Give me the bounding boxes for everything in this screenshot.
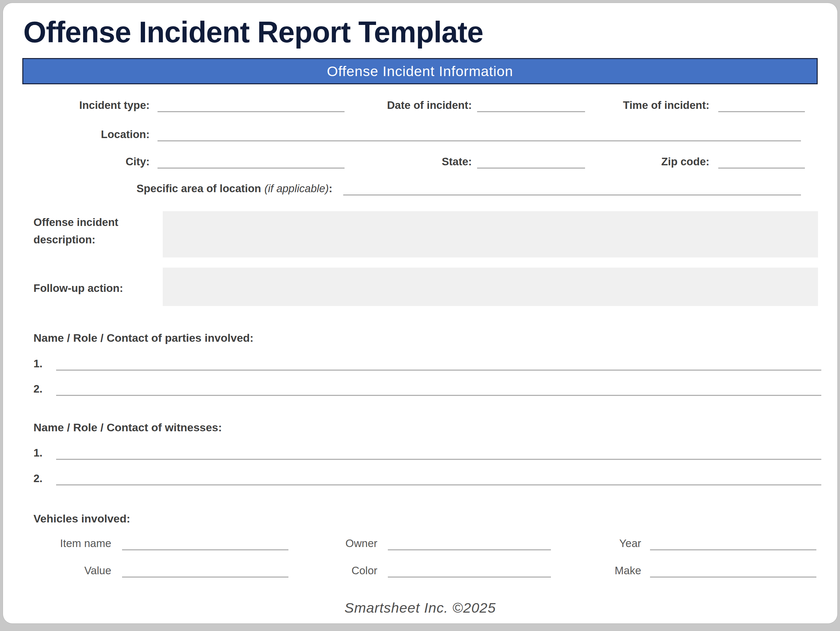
specific-area-label: Specific area of location(if applicable)… bbox=[36, 182, 332, 195]
witness-2-number: 2. bbox=[33, 472, 43, 485]
date-of-incident-label: Date of incident: bbox=[357, 99, 472, 112]
vehicle-year-label: Year bbox=[557, 537, 641, 550]
state-input[interactable] bbox=[477, 155, 585, 169]
party-1-number: 1. bbox=[33, 357, 43, 370]
incident-type-label: Incident type: bbox=[23, 99, 150, 112]
footer-copyright: Smartsheet Inc. ©2025 bbox=[3, 600, 837, 616]
vehicle-make-input[interactable] bbox=[650, 564, 816, 577]
zip-code-label: Zip code: bbox=[594, 155, 709, 168]
description-label-line2: description: bbox=[33, 231, 118, 248]
specific-area-label-italic: (if applicable) bbox=[264, 182, 329, 194]
parties-section-header: Name / Role / Contact of parties involve… bbox=[33, 331, 254, 344]
witness-1-number: 1. bbox=[33, 446, 43, 459]
section-header-bar: Offense Incident Information bbox=[22, 58, 818, 84]
description-label: Offense incident description: bbox=[33, 213, 118, 248]
location-input[interactable] bbox=[158, 128, 801, 141]
witnesses-section-header: Name / Role / Contact of witnesses: bbox=[33, 421, 222, 434]
page-background: { "page": { "title": "Offense Incident R… bbox=[0, 0, 840, 631]
city-input[interactable] bbox=[158, 155, 344, 169]
specific-area-label-bold: Specific area of location bbox=[136, 182, 261, 194]
date-of-incident-input[interactable] bbox=[477, 98, 585, 112]
specific-area-label-colon: : bbox=[329, 182, 332, 194]
party-2-input[interactable] bbox=[56, 382, 821, 396]
witness-1-input[interactable] bbox=[56, 446, 821, 460]
page-title: Offense Incident Report Template bbox=[23, 16, 483, 49]
vehicle-item-name-input[interactable] bbox=[122, 536, 289, 550]
specific-area-input[interactable] bbox=[343, 182, 801, 196]
section-header-text: Offense Incident Information bbox=[327, 63, 513, 79]
follow-up-action-input[interactable] bbox=[163, 268, 818, 306]
time-of-incident-input[interactable] bbox=[718, 98, 805, 112]
offense-description-input[interactable] bbox=[163, 211, 818, 257]
vehicle-color-input[interactable] bbox=[388, 564, 551, 577]
location-label: Location: bbox=[23, 128, 150, 141]
incident-type-input[interactable] bbox=[158, 98, 344, 112]
report-document-card: Offense Incident Report Template Offense… bbox=[3, 3, 838, 624]
description-label-line1: Offense incident bbox=[33, 213, 118, 231]
vehicle-value-input[interactable] bbox=[122, 564, 289, 577]
vehicle-year-input[interactable] bbox=[650, 536, 816, 550]
zip-code-input[interactable] bbox=[718, 155, 805, 169]
vehicle-value-label: Value bbox=[23, 564, 111, 577]
vehicle-item-name-label: Item name bbox=[23, 537, 111, 550]
vehicle-owner-input[interactable] bbox=[388, 536, 551, 550]
city-label: City: bbox=[23, 155, 150, 168]
vehicle-owner-label: Owner bbox=[292, 537, 377, 550]
vehicles-section-header: Vehicles involved: bbox=[33, 512, 130, 525]
follow-up-label: Follow-up action: bbox=[33, 279, 123, 297]
witness-2-input[interactable] bbox=[56, 472, 821, 485]
vehicle-color-label: Color bbox=[292, 564, 377, 577]
party-2-number: 2. bbox=[33, 382, 43, 396]
party-1-input[interactable] bbox=[56, 357, 821, 371]
vehicle-make-label: Make bbox=[557, 564, 641, 577]
state-label: State: bbox=[357, 155, 472, 168]
time-of-incident-label: Time of incident: bbox=[594, 99, 709, 112]
